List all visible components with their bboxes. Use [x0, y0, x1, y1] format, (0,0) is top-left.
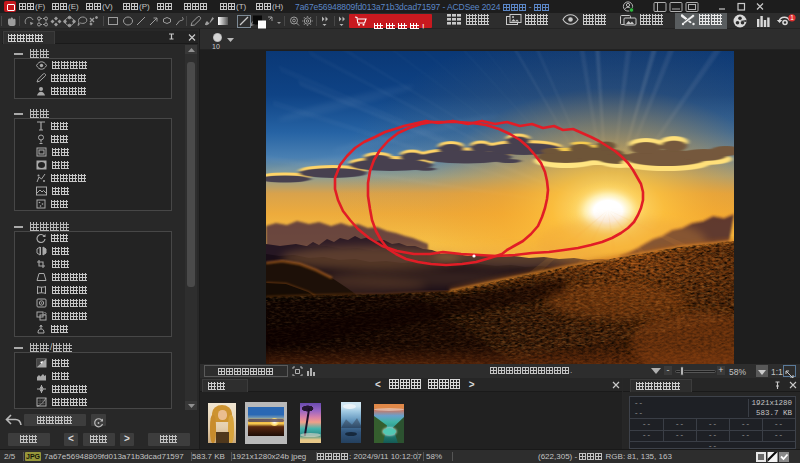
- svg-text:1: 1: [790, 14, 794, 21]
